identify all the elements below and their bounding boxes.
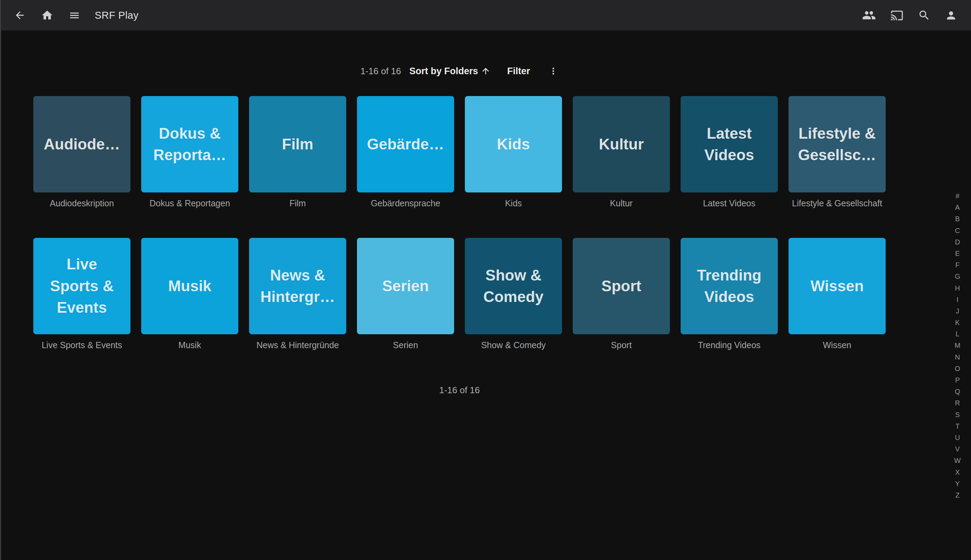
- alphabet-jump-letter[interactable]: P: [949, 375, 966, 386]
- alphabet-jump-letter[interactable]: O: [949, 363, 966, 375]
- alphabet-jump-letter[interactable]: D: [949, 237, 966, 248]
- user-profile-button[interactable]: [945, 9, 957, 22]
- folder-tile[interactable]: Gebärde…: [357, 96, 454, 192]
- topbar-left-group: [14, 9, 80, 22]
- menu-button[interactable]: [69, 10, 80, 21]
- user-icon: [945, 9, 957, 22]
- folder-card[interactable]: SportSport: [573, 238, 670, 350]
- alphabet-jump-letter[interactable]: T: [949, 421, 966, 432]
- home-button[interactable]: [41, 9, 53, 22]
- alphabet-jump-letter[interactable]: V: [949, 443, 966, 455]
- folder-tile[interactable]: Lifestyle & Gesellsc…: [789, 96, 886, 192]
- folder-tile[interactable]: Film: [249, 96, 346, 192]
- alphabet-picker: #ABCDEFGHIJKLMNOPQRSTUVWXYZ: [949, 190, 966, 501]
- sort-button-label: Sort by Folders: [409, 66, 478, 77]
- search-button[interactable]: [918, 9, 930, 22]
- folder-card-label: Live Sports & Events: [33, 340, 130, 350]
- alphabet-jump-letter[interactable]: Q: [949, 386, 966, 397]
- folder-tile[interactable]: Trending Videos: [681, 238, 778, 334]
- folder-tile[interactable]: Kultur: [573, 96, 670, 192]
- alphabet-jump-letter[interactable]: Z: [949, 490, 966, 501]
- folder-card-label: Show & Comedy: [465, 340, 562, 350]
- alphabet-jump-letter[interactable]: B: [949, 213, 966, 225]
- cast-button[interactable]: [891, 9, 903, 22]
- folder-tile-title: Film: [282, 133, 313, 155]
- folder-tile[interactable]: Sport: [573, 238, 670, 334]
- folder-card[interactable]: KidsKids: [465, 96, 562, 208]
- alphabet-jump-letter[interactable]: L: [949, 328, 966, 340]
- alphabet-jump-letter[interactable]: N: [949, 352, 966, 363]
- folder-card-label: Dokus & Reportagen: [141, 198, 239, 208]
- syncplay-button[interactable]: [862, 8, 876, 22]
- folder-tile-title: Kids: [497, 133, 530, 155]
- more-vertical-icon: [548, 66, 559, 76]
- folder-tile-title: Latest Videos: [704, 123, 754, 166]
- alphabet-jump-letter[interactable]: F: [949, 259, 966, 271]
- folder-card[interactable]: FilmFilm: [249, 96, 346, 208]
- back-button[interactable]: [14, 9, 26, 21]
- folder-card-label: Kultur: [573, 198, 670, 208]
- folder-card[interactable]: MusikMusik: [141, 238, 239, 350]
- folder-card[interactable]: Dokus & Reporta…Dokus & Reportagen: [141, 96, 239, 208]
- folder-tile[interactable]: Musik: [141, 238, 239, 334]
- folder-card[interactable]: Show & ComedyShow & Comedy: [465, 238, 562, 350]
- folder-tile[interactable]: Kids: [465, 96, 562, 192]
- folder-card-label: Musik: [141, 340, 239, 350]
- folder-tile-title: Live Sports & Events: [50, 253, 113, 318]
- folder-tile[interactable]: Audiode…: [33, 96, 130, 192]
- filter-button[interactable]: Filter: [507, 66, 530, 77]
- folder-card-label: Audiodeskription: [33, 198, 130, 208]
- folder-tile[interactable]: News & Hintergr…: [249, 238, 346, 334]
- alphabet-jump-letter[interactable]: G: [949, 271, 966, 282]
- folder-card[interactable]: WissenWissen: [789, 238, 886, 350]
- alphabet-jump-letter[interactable]: X: [949, 467, 966, 478]
- folder-tile-title: Musik: [168, 275, 212, 297]
- folder-card[interactable]: KulturKultur: [573, 96, 670, 208]
- folder-tile[interactable]: Wissen: [789, 238, 886, 334]
- alphabet-jump-letter[interactable]: C: [949, 225, 966, 237]
- folder-tile-title: Lifestyle & Gesellsc…: [798, 123, 876, 166]
- folder-tile[interactable]: Dokus & Reporta…: [141, 96, 239, 192]
- alphabet-jump-letter[interactable]: J: [949, 305, 966, 317]
- folder-card-label: Trending Videos: [681, 340, 778, 350]
- alphabet-jump-letter[interactable]: A: [949, 202, 966, 213]
- alphabet-jump-letter[interactable]: I: [949, 294, 966, 305]
- app-window: SRF Play: [0, 0, 971, 560]
- folder-tile[interactable]: Latest Videos: [681, 96, 778, 192]
- folder-tile[interactable]: Serien: [357, 238, 454, 334]
- sort-button[interactable]: Sort by Folders: [409, 66, 491, 77]
- alphabet-jump-letter[interactable]: M: [949, 340, 966, 351]
- alphabet-jump-letter[interactable]: U: [949, 432, 966, 443]
- folder-tile-title: News & Hintergr…: [260, 265, 335, 308]
- folder-tile[interactable]: Show & Comedy: [465, 238, 562, 334]
- folder-card[interactable]: Gebärde…Gebärdensprache: [357, 96, 454, 208]
- library-content: 1-16 of 16 Sort by Folders Filter: [0, 30, 919, 80]
- alphabet-jump-letter[interactable]: S: [949, 409, 966, 421]
- alphabet-jump-letter[interactable]: W: [949, 455, 966, 467]
- alphabet-jump-letter[interactable]: Y: [949, 478, 966, 490]
- folder-card-label: Latest Videos: [681, 198, 778, 208]
- folder-card[interactable]: Latest VideosLatest Videos: [681, 96, 778, 208]
- folder-tile[interactable]: Live Sports & Events: [33, 238, 130, 334]
- folder-card[interactable]: Audiode…Audiodeskription: [33, 96, 130, 208]
- search-icon: [918, 9, 930, 22]
- folder-card[interactable]: Live Sports & EventsLive Sports & Events: [33, 238, 130, 350]
- folder-card[interactable]: Lifestyle & Gesellsc…Lifestyle & Gesells…: [789, 96, 886, 208]
- folder-card[interactable]: SerienSerien: [357, 238, 454, 350]
- folder-card[interactable]: News & Hintergr…News & Hintergründe: [249, 238, 346, 350]
- folder-card-label: Serien: [357, 340, 454, 350]
- folder-card-label: Sport: [573, 340, 670, 350]
- left-scrollbar-strip[interactable]: [0, 0, 1, 560]
- alphabet-jump-letter[interactable]: K: [949, 317, 966, 328]
- folder-card-label: News & Hintergründe: [249, 340, 346, 350]
- folder-tile-title: Dokus & Reporta…: [153, 123, 226, 166]
- syncplay-group-icon: [862, 8, 876, 22]
- folder-card[interactable]: Trending VideosTrending Videos: [681, 238, 778, 350]
- more-options-button[interactable]: [548, 66, 559, 76]
- alphabet-jump-letter[interactable]: #: [949, 190, 966, 202]
- alphabet-jump-letter[interactable]: H: [949, 283, 966, 294]
- alphabet-jump-letter[interactable]: R: [949, 397, 966, 409]
- alphabet-jump-letter[interactable]: E: [949, 248, 966, 259]
- arrow-up-icon: [481, 66, 491, 76]
- paging-info-bottom: 1-16 of 16: [0, 383, 919, 397]
